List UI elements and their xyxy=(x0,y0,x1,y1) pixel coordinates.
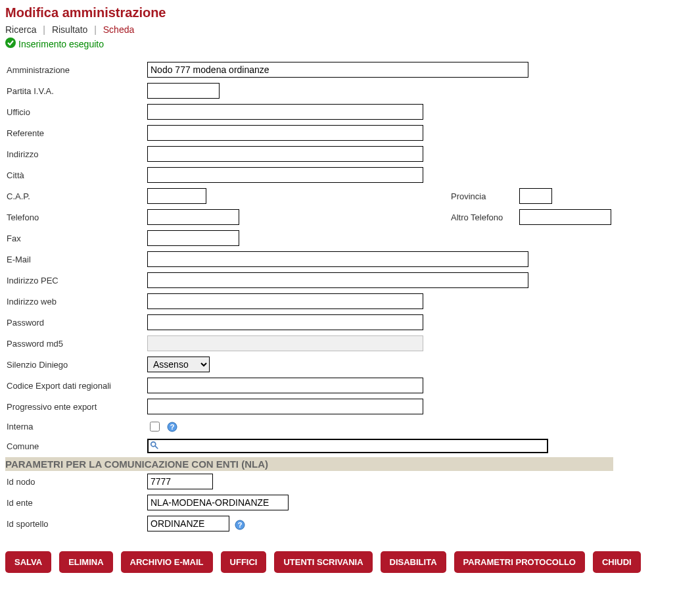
label-id-ente: Id ente xyxy=(5,492,146,513)
page-title: Modifica amministrazione xyxy=(5,5,695,20)
chiudi-button[interactable]: CHIUDI xyxy=(593,551,641,573)
label-silenzio: Silenzio Diniego xyxy=(5,354,146,375)
password-input[interactable] xyxy=(147,314,423,330)
password-md5-input xyxy=(147,335,423,351)
label-altro-telefono: Altro Telefono xyxy=(438,207,518,228)
svg-text:?: ? xyxy=(170,423,174,431)
label-codice-export: Codice Export dati regionali xyxy=(5,375,146,396)
piva-input[interactable] xyxy=(147,83,220,99)
label-fax: Fax xyxy=(5,228,146,249)
label-telefono: Telefono xyxy=(5,207,146,228)
button-bar: SALVA ELIMINA ARCHIVIO E-MAIL UFFICI UTE… xyxy=(5,551,695,573)
breadcrumb-risultato[interactable]: Risultato xyxy=(52,24,87,35)
label-password: Password xyxy=(5,312,146,333)
label-citta: Città xyxy=(5,164,146,185)
citta-input[interactable] xyxy=(147,167,423,183)
status-message: Inserimento eseguito xyxy=(5,37,695,50)
label-piva: Partita I.V.A. xyxy=(5,80,146,101)
label-referente: Referente xyxy=(5,122,146,143)
section-nla-header: PARAMETRI PER LA COMUNICAZIONE CON ENTI … xyxy=(5,457,613,471)
breadcrumb-ricerca[interactable]: Ricerca xyxy=(5,24,36,35)
svg-line-4 xyxy=(155,445,158,448)
svg-text:?: ? xyxy=(237,521,242,529)
amministrazione-input[interactable] xyxy=(147,62,528,78)
success-icon xyxy=(5,37,18,50)
label-password-md5: Password md5 xyxy=(5,333,146,354)
label-amministrazione: Amministrazione xyxy=(5,59,146,80)
label-email: E-Mail xyxy=(5,249,146,270)
uffici-button[interactable]: UFFICI xyxy=(221,551,267,573)
label-interna: Interna xyxy=(5,417,146,436)
email-input[interactable] xyxy=(147,251,528,267)
breadcrumb-sep: | xyxy=(94,24,97,35)
id-sportello-input[interactable] xyxy=(147,516,229,531)
codice-export-input[interactable] xyxy=(147,378,423,393)
label-indirizzo: Indirizzo xyxy=(5,143,146,164)
altro-telefono-input[interactable] xyxy=(519,209,611,225)
breadcrumb-scheda: Scheda xyxy=(103,24,134,35)
silenzio-select[interactable]: Assenso xyxy=(147,357,210,372)
provincia-input[interactable] xyxy=(519,188,552,204)
cap-input[interactable] xyxy=(147,188,206,204)
svg-point-0 xyxy=(5,37,16,48)
search-icon xyxy=(150,441,159,452)
parametri-protocollo-button[interactable]: PARAMETRI PROTOCOLLO xyxy=(454,551,585,573)
salva-button[interactable]: SALVA xyxy=(5,551,51,573)
svg-point-3 xyxy=(151,441,156,446)
fax-input[interactable] xyxy=(147,230,239,246)
label-ufficio: Ufficio xyxy=(5,101,146,122)
label-id-nodo: Id nodo xyxy=(5,471,146,492)
label-id-sportello: Id sportello xyxy=(5,513,146,534)
ufficio-input[interactable] xyxy=(147,104,423,120)
label-web: Indirizzo web xyxy=(5,291,146,312)
utenti-scrivania-button[interactable]: UTENTI SCRIVANIA xyxy=(274,551,372,573)
breadcrumb: Ricerca | Risultato | Scheda xyxy=(5,24,695,35)
disabilita-button[interactable]: DISABILITA xyxy=(381,551,446,573)
label-pec: Indirizzo PEC xyxy=(5,270,146,291)
comune-lookup[interactable] xyxy=(147,439,548,453)
web-input[interactable] xyxy=(147,293,423,309)
id-ente-input[interactable] xyxy=(147,495,289,510)
id-nodo-input[interactable] xyxy=(147,474,213,489)
help-icon[interactable]: ? xyxy=(235,520,245,530)
help-icon[interactable]: ? xyxy=(167,422,177,432)
referente-input[interactable] xyxy=(147,125,423,141)
elimina-button[interactable]: ELIMINA xyxy=(59,551,112,573)
label-provincia: Provincia xyxy=(438,185,518,207)
progressivo-input[interactable] xyxy=(147,399,423,414)
archivio-email-button[interactable]: ARCHIVIO E-MAIL xyxy=(121,551,213,573)
label-comune: Comune xyxy=(5,436,146,456)
breadcrumb-sep: | xyxy=(43,24,45,35)
interna-checkbox[interactable] xyxy=(150,422,160,432)
label-cap: C.A.P. xyxy=(5,185,146,207)
telefono-input[interactable] xyxy=(147,209,239,225)
indirizzo-input[interactable] xyxy=(147,146,423,162)
pec-input[interactable] xyxy=(147,272,528,288)
label-progressivo: Progressivo ente export xyxy=(5,396,146,417)
